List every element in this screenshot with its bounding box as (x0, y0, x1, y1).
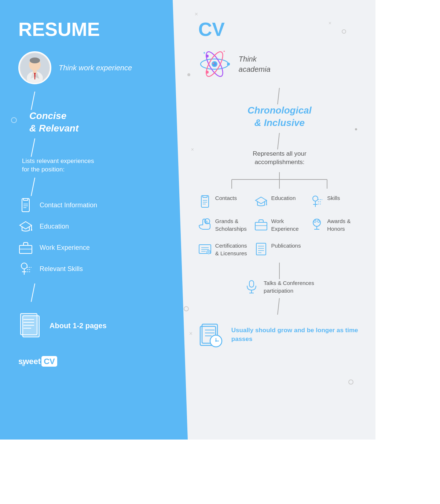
connector4 (29, 284, 173, 302)
cv-list-item: Awards &Honors (310, 217, 361, 233)
decor-dot (342, 29, 346, 34)
grow-text: Usually should grow and be longer as tim… (231, 326, 361, 344)
grow-section: Usually should grow and be longer as tim… (198, 322, 361, 348)
svg-text:✦: ✦ (203, 51, 206, 55)
connector1 (29, 92, 173, 110)
connector-grow (198, 298, 361, 315)
svg-point-22 (21, 263, 27, 269)
svg-rect-20 (19, 245, 32, 253)
pages-label: About 1-2 pages (50, 322, 107, 330)
svg-rect-55 (203, 196, 207, 197)
represents-text: Represents all youraccomplishments: (198, 149, 361, 167)
svg-point-62 (313, 196, 318, 201)
grants-icon: $ (198, 218, 212, 231)
talks-icon (245, 280, 258, 293)
decor-x: × (329, 20, 331, 26)
list-item: Education (18, 219, 173, 234)
resume-items-list: Contact Information Education (18, 198, 173, 276)
svg-rect-13 (23, 199, 28, 200)
right-panel: CV ✦ ✦ (169, 0, 375, 440)
list-item: Contact Information (18, 198, 173, 212)
cv-list-item: Publications (254, 242, 305, 257)
svg-rect-93 (249, 281, 254, 287)
pages-icon (18, 313, 42, 338)
skills-label: Relevant Skills (40, 265, 83, 273)
atom-icon: ✦ ✦ (198, 48, 231, 81)
decor-x: × (195, 11, 198, 18)
line-icon (274, 133, 285, 149)
left-panel: RESUME Think w (0, 0, 188, 440)
list-item: Relevant Skills (18, 262, 173, 276)
cv-list-item: $ Grands &Scholarships (198, 217, 249, 233)
svg-point-43 (206, 55, 209, 58)
skills-icon (18, 262, 33, 276)
branch-lines (198, 172, 361, 189)
line-icon (274, 88, 285, 104)
education-cv-label: Education (271, 194, 296, 202)
decor-dot (184, 306, 189, 311)
svg-point-61 (266, 204, 267, 205)
connector2 (29, 138, 173, 157)
connector-center2 (198, 133, 361, 149)
lists-text: Lists relevant experiencesfor the positi… (22, 157, 173, 174)
svg-point-37 (213, 63, 214, 64)
cv-badge: CV (41, 356, 57, 367)
svg-marker-17 (20, 222, 32, 229)
contact-icon (18, 198, 33, 212)
svg-line-9 (31, 92, 35, 110)
contacts-icon (198, 195, 212, 208)
decor-x: × (189, 330, 192, 337)
skills-cv-icon (310, 195, 323, 208)
work-cv-label: Work Experience (271, 217, 305, 233)
publications-icon (254, 242, 268, 256)
pages-section: About 1-2 pages (18, 313, 173, 338)
cv-list-item: Contacts (198, 194, 249, 208)
svg-line-48 (278, 133, 279, 149)
svg-rect-30 (21, 314, 37, 335)
svg-point-76 (318, 220, 320, 222)
cv-title: CV (198, 18, 361, 40)
certifications-label: Certifications& Licensures (215, 242, 247, 257)
svg-point-75 (314, 220, 316, 222)
talks-section: Talks & Conferencesparticipation (198, 279, 361, 294)
grow-icon (198, 322, 224, 348)
svg-point-105 (215, 340, 217, 342)
line-icon (29, 92, 40, 110)
decor-dot (355, 128, 357, 130)
person-avatar-icon (20, 53, 50, 82)
svg-point-19 (31, 229, 32, 231)
work-icon (18, 240, 33, 255)
line-icon (274, 298, 285, 315)
svg-point-38 (215, 64, 216, 65)
line-icon (29, 284, 40, 302)
certifications-icon (198, 242, 212, 256)
chronological-label: Chronological& Inclusive (198, 104, 361, 129)
document-clock-icon (198, 322, 224, 348)
svg-point-44 (206, 71, 209, 74)
svg-rect-87 (256, 243, 266, 255)
cv-list-item: Work Experience (254, 217, 305, 233)
work-cv-icon (254, 218, 268, 231)
atom-svg-icon: ✦ ✦ (199, 49, 230, 80)
svg-point-42 (227, 63, 230, 66)
line-icon (29, 178, 40, 196)
think-academia-text: Thinkacademia (239, 54, 271, 74)
cv-items-grid: Contacts Education (198, 194, 361, 257)
line-icon (274, 263, 285, 279)
contact-label: Contact Information (40, 201, 97, 209)
decor-dot (22, 363, 25, 366)
skills-cv-label: Skills (327, 194, 340, 202)
connector-talks (198, 263, 361, 279)
education-icon (18, 219, 33, 234)
svg-line-10 (31, 138, 35, 157)
connector-center1 (198, 88, 361, 104)
svg-rect-70 (255, 222, 267, 230)
work-label: Work Experience (40, 244, 90, 252)
awards-label: Awards &Honors (327, 217, 351, 233)
grants-label: Grands &Scholarships (215, 217, 247, 233)
svg-line-11 (31, 178, 35, 196)
publications-label: Publications (271, 242, 301, 249)
avatar-section: Think work experience (18, 51, 173, 84)
talks-label: Talks & Conferencesparticipation (264, 279, 314, 294)
cv-list-item: Skills (310, 194, 361, 208)
